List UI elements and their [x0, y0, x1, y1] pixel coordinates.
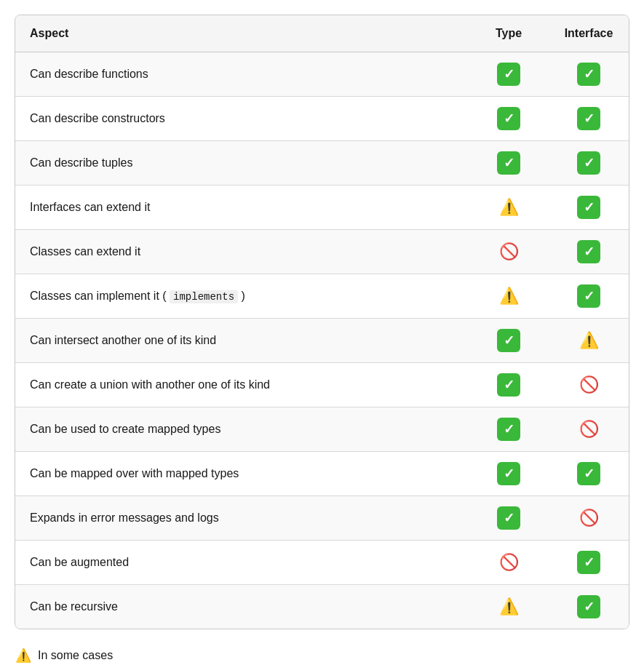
check-icon: ✓ [577, 551, 600, 574]
check-icon: ✓ [577, 284, 600, 308]
check-icon: ✓ [577, 240, 600, 263]
interface-cell: ✓ [549, 274, 629, 319]
check-icon: ✓ [497, 373, 520, 397]
aspect-label: Can describe functions [30, 68, 148, 80]
warning-icon: ⚠️ [497, 196, 520, 219]
interface-cell: ✓ [549, 585, 629, 629]
table-row: Can describe functions ✓ ✓ [15, 52, 629, 97]
table-row: Can intersect another one of its kind ✓ … [15, 319, 629, 363]
warning-icon: ⚠️ [577, 329, 600, 352]
check-icon: ✓ [497, 506, 520, 530]
aspect-label: Expands in error messages and logs [30, 511, 219, 524]
check-icon: ✓ [497, 151, 520, 175]
check-icon: ✓ [577, 595, 600, 618]
table-row: Can be used to create mapped types ✓ 🚫 [15, 407, 629, 452]
table-header-row: Aspect Type Interface [15, 15, 629, 52]
aspect-cell: Can intersect another one of its kind [15, 319, 469, 363]
aspect-label: Can describe constructors [30, 112, 165, 124]
no-icon: 🚫 [497, 551, 520, 574]
interface-cell: ✓ [549, 97, 629, 141]
interface-cell: 🚫 [549, 407, 629, 452]
type-cell: 🚫 [469, 541, 549, 585]
check-icon: ✓ [497, 63, 520, 86]
type-cell: ✓ [469, 319, 549, 363]
check-icon: ✓ [497, 462, 520, 485]
no-icon: 🚫 [577, 418, 600, 441]
no-icon: 🚫 [497, 240, 520, 263]
aspect-label: Classes can extend it [30, 245, 140, 258]
type-cell: ✓ [469, 141, 549, 186]
aspect-cell: Can create a union with another one of i… [15, 363, 469, 407]
check-icon: ✓ [497, 329, 520, 352]
aspect-cell: Can describe tuples [15, 141, 469, 186]
footnote-text: In some cases [38, 649, 113, 662]
aspect-label: Can intersect another one of its kind [30, 334, 216, 346]
type-cell: ✓ [469, 52, 549, 97]
interface-cell: ✓ [549, 230, 629, 274]
type-cell: ✓ [469, 407, 549, 452]
table-row: Can describe constructors ✓ ✓ [15, 97, 629, 141]
interface-cell: 🚫 [549, 363, 629, 407]
interface-cell: ✓ [549, 186, 629, 230]
check-icon: ✓ [577, 63, 600, 86]
table-row: Classes can implement it ( implements ) … [15, 274, 629, 319]
type-cell: ✓ [469, 496, 549, 541]
aspect-cell: Can be used to create mapped types [15, 407, 469, 452]
no-icon: 🚫 [577, 506, 600, 530]
table-row: Expands in error messages and logs ✓ 🚫 [15, 496, 629, 541]
table-row: Interfaces can extend it ⚠️ ✓ [15, 186, 629, 230]
type-cell: ⚠️ [469, 585, 549, 629]
aspect-label: Interfaces can extend it [30, 201, 150, 213]
warning-icon: ⚠️ [497, 284, 520, 308]
aspect-label: Can describe tuples [30, 156, 132, 169]
aspect-cell: Can be mapped over with mapped types [15, 452, 469, 496]
aspect-label: Can be used to create mapped types [30, 423, 220, 435]
inline-code: implements [170, 290, 238, 303]
table-row: Can be recursive ⚠️ ✓ [15, 585, 629, 629]
interface-cell: ✓ [549, 452, 629, 496]
table-row: Can be mapped over with mapped types ✓ ✓ [15, 452, 629, 496]
aspect-cell: Interfaces can extend it [15, 186, 469, 230]
aspect-cell: Can describe functions [15, 52, 469, 97]
interface-cell: ⚠️ [549, 319, 629, 363]
interface-cell: ✓ [549, 141, 629, 186]
check-icon: ✓ [577, 462, 600, 485]
header-interface: Interface [549, 15, 629, 52]
aspect-label: Classes can implement it ( implements ) [30, 290, 245, 302]
check-icon: ✓ [497, 418, 520, 441]
warning-icon: ⚠️ [497, 595, 520, 618]
aspect-cell: Expands in error messages and logs [15, 496, 469, 541]
check-icon: ✓ [577, 196, 600, 219]
interface-cell: 🚫 [549, 496, 629, 541]
header-aspect: Aspect [15, 15, 469, 52]
table-row: Can create a union with another one of i… [15, 363, 629, 407]
aspect-cell: Can be recursive [15, 585, 469, 629]
check-icon: ✓ [577, 151, 600, 175]
footnote-warning-icon: ⚠️ [15, 647, 32, 664]
table-row: Classes can extend it 🚫 ✓ [15, 230, 629, 274]
aspect-label: Can be recursive [30, 600, 118, 613]
aspect-cell: Classes can implement it ( implements ) [15, 274, 469, 319]
table-row: Can be augmented 🚫 ✓ [15, 541, 629, 585]
no-icon: 🚫 [577, 373, 600, 397]
aspect-label: Can be augmented [30, 556, 129, 568]
interface-cell: ✓ [549, 541, 629, 585]
aspect-cell: Classes can extend it [15, 230, 469, 274]
comparison-table: Aspect Type Interface Can describe funct… [15, 15, 629, 629]
type-cell: ✓ [469, 452, 549, 496]
type-cell: ⚠️ [469, 186, 549, 230]
footnote: ⚠️ In some cases [15, 644, 629, 665]
type-cell: ✓ [469, 97, 549, 141]
aspect-label: Can be mapped over with mapped types [30, 467, 239, 479]
type-cell: 🚫 [469, 230, 549, 274]
type-cell: ⚠️ [469, 274, 549, 319]
check-icon: ✓ [577, 107, 600, 130]
type-cell: ✓ [469, 363, 549, 407]
aspect-cell: Can describe constructors [15, 97, 469, 141]
aspect-cell: Can be augmented [15, 541, 469, 585]
check-icon: ✓ [497, 107, 520, 130]
interface-cell: ✓ [549, 52, 629, 97]
aspect-label: Can create a union with another one of i… [30, 378, 270, 391]
header-type: Type [469, 15, 549, 52]
table-row: Can describe tuples ✓ ✓ [15, 141, 629, 186]
